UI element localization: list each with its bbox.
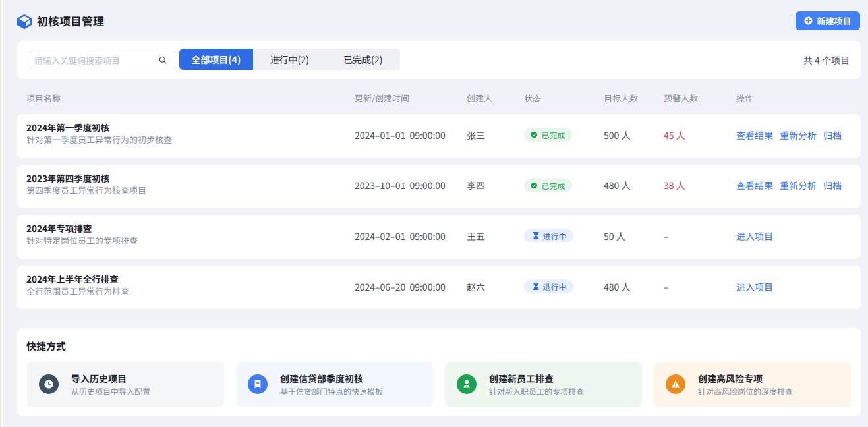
shortcut-title: 创建高风险专项 xyxy=(698,372,793,384)
project-time: 2024–01–01 09:00:00 xyxy=(355,128,446,142)
project-name: 2023年第四季度初核 xyxy=(26,172,146,185)
shortcut-description: 基于信贷部门特点的快速模板 xyxy=(280,386,383,397)
shortcut-icon-circle xyxy=(666,374,685,394)
window-edge-strip-inner xyxy=(1,0,3,427)
bookmark-icon xyxy=(252,379,263,389)
shortcut-card-bookmark[interactable]: 创建信贷部季度初核 基于信贷部门特点的快速模板 xyxy=(236,362,433,407)
project-actions: 进入项目 xyxy=(736,280,773,293)
project-target-count: 480 人 xyxy=(604,280,630,293)
search-input[interactable] xyxy=(30,51,175,69)
project-description: 针对特定岗位员工的专项排查 xyxy=(26,235,138,246)
project-status-cell: 已完成 xyxy=(524,128,572,142)
project-time: 2023–10–01 09:00:00 xyxy=(355,179,446,192)
project-name: 2024年第一季度初核 xyxy=(26,121,172,134)
shortcut-card-clock[interactable]: 导入历史项目 从历史项目中导入配置 xyxy=(27,362,224,407)
new-project-label: 新建项目 xyxy=(817,14,851,27)
reanalyze-link[interactable]: 重新分析 xyxy=(780,179,817,192)
archive-link[interactable]: 归档 xyxy=(823,179,842,192)
shortcut-title: 创建信贷部季度初核 xyxy=(280,372,383,384)
shortcut-items: 导入历史项目 从历史项目中导入配置 创建信贷部季度初核 基于信贷部门特点的快速模… xyxy=(27,362,851,407)
project-target-count: 500 人 xyxy=(604,128,630,142)
column-header-name: 项目名称 xyxy=(26,86,61,110)
shortcut-text: 创建高风险专项 针对高风险岗位的深度排查 xyxy=(698,372,793,397)
project-warning-count: – xyxy=(664,229,669,242)
project-actions: 查看结果重新分析归档 xyxy=(736,179,842,192)
project-creator: 王五 xyxy=(467,229,485,242)
project-row: 2023年第四季度初核 第四季度员工异常行为核查项目 2023–10–01 09… xyxy=(17,165,861,209)
status-badge: 进行中 xyxy=(524,229,573,243)
view-results-link[interactable]: 查看结果 xyxy=(736,128,773,142)
project-row: 2024年第一季度初核 针对第一季度员工异常行为的初步核查 2024–01–01… xyxy=(17,114,861,158)
status-badge: 已完成 xyxy=(524,128,572,142)
filter-tabs: 全部项目(4) 进行中(2) 已完成(2) xyxy=(179,49,400,70)
shortcut-title: 创建新员工排查 xyxy=(489,372,584,384)
project-creator: 李四 xyxy=(467,179,485,192)
shortcut-text: 创建信贷部季度初核 基于信贷部门特点的快速模板 xyxy=(280,372,383,397)
shortcut-card-warning[interactable]: 创建高风险专项 针对高风险岗位的深度排查 xyxy=(654,362,851,407)
shortcut-icon-circle xyxy=(248,374,268,394)
project-warning-count: 45 人 xyxy=(664,128,685,142)
shortcut-description: 针对高风险岗位的深度排查 xyxy=(698,386,793,397)
preliminary-check-project-management-page: 初核项目管理 新建项目 全部项目(4) 进行中(2) 已完成(2) 共 4 个项… xyxy=(0,0,868,427)
clock-icon xyxy=(43,379,54,389)
plus-circle-icon xyxy=(804,16,813,25)
status-badge: 已完成 xyxy=(524,179,572,193)
page-title: 初核项目管理 xyxy=(37,13,104,29)
view-results-link[interactable]: 查看结果 xyxy=(736,179,773,192)
project-status-cell: 已完成 xyxy=(524,179,572,193)
enter-project-link[interactable]: 进入项目 xyxy=(736,280,773,293)
reanalyze-link[interactable]: 重新分析 xyxy=(780,128,817,142)
check-circle-icon xyxy=(531,132,538,139)
project-description: 第四季度员工异常行为核查项目 xyxy=(26,185,146,196)
search-box xyxy=(30,51,175,69)
project-row: 2024年上半年全行排查 全行范围员工异常行为排查 2024–06–20 09:… xyxy=(17,266,861,310)
new-project-button[interactable]: 新建项目 xyxy=(796,11,860,30)
project-creator: 张三 xyxy=(467,128,485,142)
project-target-count: 480 人 xyxy=(604,179,630,192)
project-name-cell: 2023年第四季度初核 第四季度员工异常行为核查项目 xyxy=(26,172,146,196)
project-name: 2024年上半年全行排查 xyxy=(26,273,129,285)
check-circle-icon xyxy=(531,182,538,189)
shortcut-card-user[interactable]: 创建新员工排查 针对新入职员工的专项排查 xyxy=(445,362,642,407)
search-icon xyxy=(159,56,167,64)
shortcut-icon-circle xyxy=(457,374,477,394)
status-label: 已完成 xyxy=(542,129,565,140)
archive-link[interactable]: 归档 xyxy=(823,128,842,142)
project-name-cell: 2024年第一季度初核 针对第一季度员工异常行为的初步核查 xyxy=(26,121,172,145)
tab-in-progress[interactable]: 进行中(2) xyxy=(253,49,327,70)
project-creator: 赵六 xyxy=(467,280,485,293)
project-actions: 进入项目 xyxy=(736,229,773,242)
project-target-count: 50 人 xyxy=(604,229,625,242)
project-warning-count: – xyxy=(664,280,669,293)
tab-completed[interactable]: 已完成(2) xyxy=(326,49,400,70)
shortcut-icon-circle xyxy=(39,374,59,394)
column-header-status: 状态 xyxy=(524,86,541,110)
enter-project-link[interactable]: 进入项目 xyxy=(736,229,773,242)
column-header-creator: 创建人 xyxy=(467,86,492,110)
project-time: 2024–02–01 09:00:00 xyxy=(355,229,446,242)
project-row: 2024年专项排查 针对特定岗位员工的专项排查 2024–02–01 09:00… xyxy=(17,215,861,259)
column-header-time: 更新/创建时间 xyxy=(355,86,409,110)
project-count-text: 共 4 个项目 xyxy=(803,41,850,79)
tab-all-projects[interactable]: 全部项目(4) xyxy=(179,49,253,70)
user-icon xyxy=(461,379,472,389)
shortcuts-heading: 快捷方式 xyxy=(26,339,66,353)
project-name: 2024年专项排查 xyxy=(26,222,138,235)
project-description: 针对第一季度员工异常行为的初步核查 xyxy=(26,134,172,145)
shortcut-title: 导入历史项目 xyxy=(71,372,150,384)
warning-icon xyxy=(670,379,681,389)
status-label: 已完成 xyxy=(542,180,565,191)
hourglass-icon xyxy=(532,282,540,291)
status-label: 进行中 xyxy=(543,230,567,241)
status-label: 进行中 xyxy=(543,281,567,292)
project-actions: 查看结果重新分析归档 xyxy=(736,128,842,142)
project-time: 2024–06–20 09:00:00 xyxy=(355,280,446,293)
status-badge: 进行中 xyxy=(524,279,573,294)
box-cube-icon xyxy=(16,14,32,30)
project-name-cell: 2024年专项排查 针对特定岗位员工的专项排查 xyxy=(26,222,138,246)
project-warning-count: 38 人 xyxy=(664,179,685,192)
shortcut-description: 针对新入职员工的专项排查 xyxy=(489,386,584,397)
table-header: 项目名称 更新/创建时间 创建人 状态 目标人数 预警人数 操作 xyxy=(17,86,861,110)
shortcut-text: 导入历史项目 从历史项目中导入配置 xyxy=(71,372,150,397)
hourglass-icon xyxy=(532,232,540,241)
